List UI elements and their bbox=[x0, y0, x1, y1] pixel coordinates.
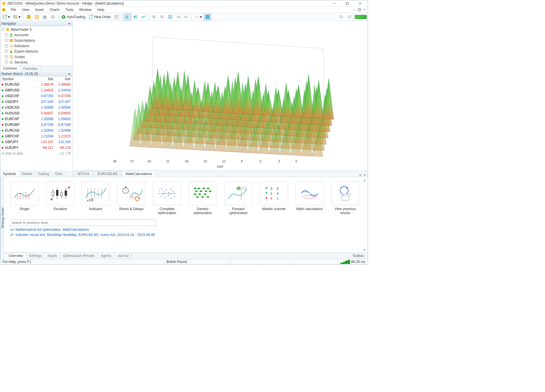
navigator-tab-common[interactable]: Common bbox=[0, 66, 20, 71]
templates-button[interactable] bbox=[204, 14, 211, 20]
indicators-list-button[interactable]: ▾ bbox=[193, 14, 203, 20]
menu-help[interactable]: Help bbox=[94, 7, 107, 12]
connection-indicator[interactable] bbox=[355, 15, 367, 19]
meta-editor-button[interactable] bbox=[113, 14, 120, 20]
zoom-out-button[interactable] bbox=[158, 14, 166, 20]
chat-button[interactable] bbox=[346, 14, 354, 20]
tester-tab-settings[interactable]: Settings bbox=[26, 253, 45, 259]
tester-tab-optimization-results[interactable]: Optimization Results bbox=[60, 253, 98, 259]
tester-mode-visualize[interactable]: Visualize bbox=[45, 182, 75, 215]
navigator-root[interactable]: − MetaTrader 5 bbox=[0, 27, 72, 32]
mdi-minimize-button[interactable]: – bbox=[352, 7, 357, 12]
market-watch-row[interactable]: ◆AUDJPY69.21269.219 bbox=[0, 145, 72, 151]
tester-mode-stress-delays[interactable]: Stress & Delays bbox=[117, 182, 146, 215]
chart-canvas[interactable]: InpX 302724211815129630 bbox=[73, 21, 368, 170]
tester-scrollbar[interactable]: ▴▾ bbox=[364, 178, 367, 252]
profiles-button[interactable]: ▾ bbox=[12, 14, 22, 20]
market-watch-tab-trading[interactable]: Trading bbox=[35, 171, 52, 177]
tester-tab-journal[interactable]: Journal bbox=[114, 253, 132, 259]
autotrading-button[interactable]: AutoTrading bbox=[60, 14, 87, 20]
tester-mode-complete-optimization[interactable]: Complete optimization bbox=[152, 182, 182, 215]
expander-icon[interactable]: + bbox=[5, 33, 8, 36]
tester-mode-view-previous-results[interactable]: View previous results bbox=[331, 182, 360, 215]
auto-scroll-button[interactable] bbox=[183, 14, 190, 20]
chart-tab[interactable]: MathCalculations bbox=[122, 171, 156, 177]
navigator-button[interactable] bbox=[33, 14, 41, 20]
expander-icon[interactable]: + bbox=[5, 44, 8, 47]
col-ask[interactable]: Ask bbox=[55, 76, 72, 81]
menu-window[interactable]: Window bbox=[76, 7, 95, 12]
navigator-item[interactable]: +Services bbox=[0, 59, 72, 65]
expander-icon[interactable]: + bbox=[5, 55, 8, 58]
mdi-close-button[interactable]: × bbox=[362, 7, 367, 12]
menu-insert[interactable]: Insert bbox=[32, 7, 47, 12]
navigator-item[interactable]: +Scripts bbox=[0, 54, 72, 59]
market-watch-row[interactable]: ◆AUDUSD0.646570.64663 bbox=[0, 110, 72, 116]
menu-view[interactable]: View bbox=[19, 7, 32, 12]
shift-end-button[interactable] bbox=[174, 14, 182, 20]
navigator-item[interactable]: +Indicators bbox=[0, 43, 72, 49]
previous-test-item[interactable]: Mathematical full optimization: MathCalc… bbox=[10, 228, 362, 232]
chart-tab[interactable]: WTI,H1 bbox=[74, 171, 93, 177]
expander-icon[interactable]: + bbox=[5, 61, 8, 64]
previous-test-item[interactable]: Indicator visual test: BookMap HeatMap, … bbox=[10, 233, 362, 237]
market-watch-row[interactable]: ◆USDJPY107.043107.047 bbox=[0, 99, 72, 105]
navigator-tab-favorites[interactable]: Favorites bbox=[20, 66, 41, 71]
market-watch-close-button[interactable]: × bbox=[67, 72, 71, 76]
line-chart-button[interactable] bbox=[140, 14, 147, 20]
tester-tab-agents[interactable]: Agents bbox=[98, 253, 114, 259]
tester-tab-overview[interactable]: Overview bbox=[6, 253, 26, 259]
market-watch-row[interactable]: ◆GBPJPY133.187133.203 bbox=[0, 139, 72, 145]
tile-windows-button[interactable] bbox=[166, 14, 174, 20]
expander-icon[interactable]: + bbox=[5, 50, 8, 53]
tester-mode-indicator[interactable]: Indicator bbox=[81, 182, 110, 215]
market-watch-tab-symbols[interactable]: Symbols bbox=[0, 171, 19, 177]
bar-chart-button[interactable] bbox=[124, 14, 131, 20]
strategy-tester-side-label[interactable]: Strategy Tester bbox=[0, 177, 5, 259]
expander-icon[interactable]: − bbox=[1, 28, 5, 31]
market-watch-row[interactable]: ◆USDCHF0.972530.97258 bbox=[0, 93, 72, 99]
new-chart-button[interactable]: +▾ bbox=[1, 14, 11, 20]
mdi-restore-button[interactable] bbox=[357, 7, 362, 12]
market-watch-row[interactable]: ◆EURGBP0.872580.87268 bbox=[0, 122, 72, 128]
tester-mode-market-scanner[interactable]: $€£¥€£Market scanner bbox=[259, 182, 289, 215]
col-bid[interactable]: Bid bbox=[38, 76, 55, 81]
maximize-button[interactable] bbox=[341, 0, 354, 7]
market-watch-row[interactable]: ◆GBPCHF1.210041.21023 bbox=[0, 133, 72, 139]
market-watch-row[interactable]: ◆EURUSD1.085781.08583 bbox=[0, 82, 72, 87]
tester-toolbox-label[interactable]: Toolbox bbox=[350, 253, 366, 259]
market-watch-button[interactable]: $ bbox=[25, 14, 32, 20]
search-button[interactable] bbox=[337, 14, 345, 20]
tester-tab-inputs[interactable]: Inputs bbox=[45, 253, 60, 259]
close-button[interactable] bbox=[354, 0, 366, 7]
tester-mode-genetic-optimization[interactable]: Genetic optimization bbox=[188, 182, 217, 215]
navigator-close-button[interactable]: × bbox=[67, 22, 71, 26]
search-input[interactable] bbox=[10, 220, 156, 226]
menu-tools[interactable]: Tools bbox=[63, 7, 76, 12]
minimize-button[interactable] bbox=[328, 0, 341, 7]
zoom-in-button[interactable] bbox=[150, 14, 158, 20]
candle-chart-button[interactable] bbox=[132, 14, 139, 20]
tester-mode-math-calculations[interactable]: Math calculations bbox=[295, 182, 324, 215]
new-order-button[interactable]: + New Order bbox=[87, 14, 112, 20]
chart-tab[interactable]: EURUSD,M1 bbox=[94, 171, 122, 177]
tester-mode-forward-optimization[interactable]: Forward optimization bbox=[224, 182, 253, 215]
market-watch-row[interactable]: ◆GBPUSD1.244251.24434 bbox=[0, 87, 72, 93]
market-watch-row[interactable]: ◆EURCAD1.526441.52668 bbox=[0, 128, 72, 133]
col-symbol[interactable]: Symbol bbox=[0, 76, 38, 81]
tab-scroll-left-icon[interactable]: ◂ bbox=[357, 173, 362, 177]
expander-icon[interactable]: + bbox=[5, 39, 8, 42]
market-watch-add-row[interactable]: + click to add... 12 / 76 bbox=[0, 151, 72, 156]
tester-mode-single[interactable]: Single bbox=[10, 182, 39, 215]
market-watch-row[interactable]: ◆USDCAD1.405851.40594 bbox=[0, 105, 72, 110]
navigator-item[interactable]: +Expert Advisors bbox=[0, 49, 72, 54]
market-watch-tab-details[interactable]: Details bbox=[19, 171, 35, 177]
navigator-item[interactable]: +Subscriptions bbox=[0, 38, 72, 43]
menu-charts[interactable]: Charts bbox=[47, 7, 62, 12]
signals-button[interactable] bbox=[49, 14, 57, 20]
data-window-button[interactable] bbox=[41, 14, 49, 20]
market-watch-row[interactable]: ◆EURCHF1.055951.05605 bbox=[0, 116, 72, 122]
navigator-item[interactable]: +Accounts bbox=[0, 32, 72, 38]
tab-scroll-right-icon[interactable]: ▸ bbox=[362, 173, 368, 177]
market-watch-tab-ticks[interactable]: Ticks bbox=[52, 171, 66, 177]
